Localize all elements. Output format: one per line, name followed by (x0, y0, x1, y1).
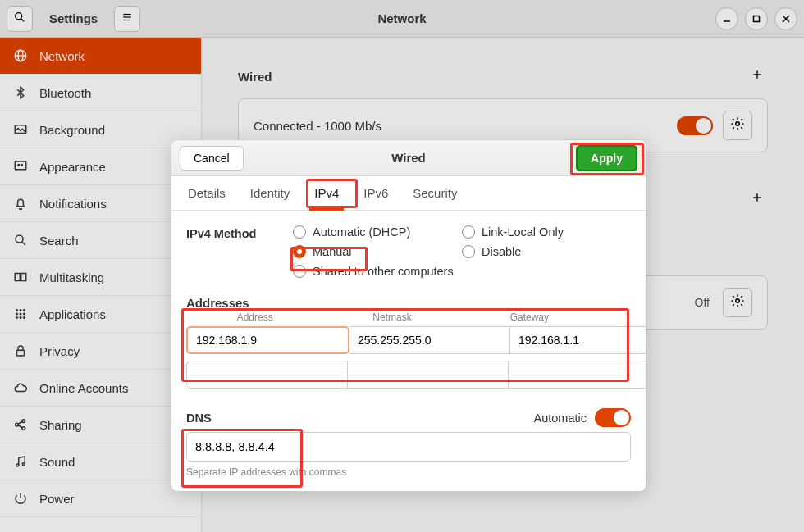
netmask-input-empty[interactable] (348, 361, 508, 389)
tab-identity[interactable]: Identity (250, 176, 290, 210)
addresses-title: Addresses (186, 296, 631, 310)
tab-security[interactable]: Security (413, 176, 457, 210)
col-netmask: Netmask (323, 311, 460, 323)
gateway-input-empty[interactable] (508, 361, 646, 389)
dns-title: DNS (186, 412, 212, 425)
dialog-title: Wired (391, 151, 426, 165)
dialog-header: Cancel Wired Apply (171, 140, 646, 176)
apply-button[interactable]: Apply (576, 145, 637, 171)
dns-block: DNS Automatic Separate IP addresses with… (186, 408, 631, 478)
address-row (186, 326, 631, 354)
radio-shared[interactable]: Shared to other computers (293, 265, 631, 278)
radio-disable[interactable]: Disable (462, 245, 631, 258)
gateway-input[interactable] (509, 326, 646, 354)
address-input[interactable] (186, 326, 349, 354)
dns-hint: Separate IP addresses with commas (186, 466, 631, 478)
radio-manual[interactable]: Manual (293, 245, 462, 258)
cancel-button[interactable]: Cancel (180, 146, 244, 171)
tab-ipv4[interactable]: IPv4 (314, 176, 339, 210)
col-address: Address (186, 311, 323, 323)
col-gateway: Gateway (461, 311, 598, 323)
dialog-tabs: Details Identity IPv4 IPv6 Security (171, 176, 646, 211)
dns-input[interactable] (186, 432, 631, 462)
tab-details[interactable]: Details (188, 176, 226, 210)
address-row-empty (186, 361, 631, 389)
address-input-empty[interactable] (186, 361, 348, 389)
dns-automatic-toggle[interactable] (595, 408, 631, 427)
netmask-input[interactable] (349, 326, 509, 354)
radio-automatic[interactable]: Automatic (DHCP) (293, 225, 462, 239)
wired-settings-dialog: Cancel Wired Apply Details Identity IPv4… (171, 139, 646, 492)
tab-ipv6[interactable]: IPv6 (363, 176, 388, 210)
dns-automatic-label: Automatic (534, 412, 587, 425)
ipv4-method-label: IPv4 Method (186, 225, 293, 240)
radio-link-local[interactable]: Link-Local Only (462, 225, 631, 239)
addresses-block: Addresses Address Netmask Gateway (186, 296, 631, 389)
